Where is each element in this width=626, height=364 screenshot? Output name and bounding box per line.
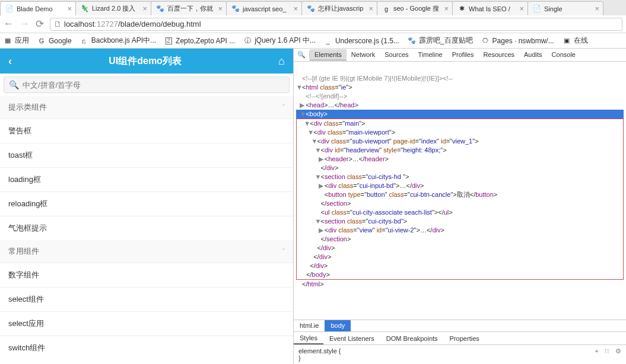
tab-label: 怎样让javascrip [318,4,366,13]
dom-node[interactable]: ▶<head>…</head> [296,101,624,110]
devtools-tab[interactable]: Timeline [414,49,447,60]
devtools-tab[interactable]: Console [547,49,580,60]
dom-node[interactable]: </div> [297,244,623,253]
list-item[interactable]: reloading框 [0,191,293,216]
tab-label: 百度一下，你就 [167,4,215,13]
close-icon[interactable]: × [444,4,449,13]
dom-node[interactable]: </body> [297,270,623,279]
close-icon[interactable]: × [293,4,298,13]
subtab[interactable]: DOM Breakpoints [380,333,444,344]
dom-node[interactable]: </html> [296,280,624,289]
devtools-tab[interactable]: Elements [310,49,347,60]
forward-button[interactable]: → [20,18,30,30]
dom-node[interactable]: </div> [297,164,623,173]
devtools-subtabs[interactable]: StylesEvent ListenersDOM BreakpointsProp… [294,331,626,344]
dom-node[interactable]: <!--[if (gte IE 9)|(gt IEMobile 7)|!(IEM… [296,74,624,83]
crumb-item[interactable]: html.ie [294,320,325,331]
devtools-tab[interactable]: Audits [519,49,547,60]
browser-tab[interactable]: 🐾怎样让javascrip× [301,1,377,15]
dom-node[interactable] [296,65,624,74]
browser-tab[interactable]: gseo - Google 搜× [377,1,453,15]
bookmark-item[interactable]: 🅉Zepto,Zepto API ... [164,37,235,45]
browser-tab[interactable]: 🦎Lizard 2.0 接入× [75,1,151,15]
devtools-tab[interactable]: Resources [478,49,519,60]
dom-node[interactable]: ▼<div class="sub-viewport" page-id="inde… [297,137,623,146]
dom-node[interactable]: <ul class="cui-city-associate seach-list… [297,208,623,217]
subtab[interactable]: Styles [294,333,323,344]
list-item[interactable]: 气泡框提示 [0,216,293,240]
crumb-item[interactable]: body [325,320,351,331]
dom-tree[interactable]: <!--[if (gte IE 9)|(gt IEMobile 7)|!(IEM… [294,62,626,320]
tab-label: Single [544,5,592,12]
list-item[interactable]: switch组件 [0,336,293,360]
app-back-icon[interactable]: ‹ [8,55,12,68]
search-icon: 🔍 [9,80,19,90]
close-icon[interactable]: × [142,4,147,13]
search-field[interactable] [23,81,284,90]
close-icon[interactable]: × [218,4,223,13]
dom-node[interactable]: ▼<section class="cui-citys-bd"> [297,217,623,226]
dom-node[interactable]: ▼<section class="cui-citys-hd "> [297,173,623,181]
browser-tab[interactable]: 🐾百度一下，你就× [151,1,227,15]
back-button[interactable]: ← [4,18,14,30]
bookmark-item[interactable]: ⓙjQuery 1.6 API 中... [243,36,316,46]
bookmark-item[interactable]: _Underscore.js (1.5... [324,37,399,45]
browser-tab[interactable]: ✱What Is SEO /× [452,1,528,15]
settings-icon[interactable]: ⚙ [615,347,621,355]
bookmark-item[interactable]: ⎌Backbone.js API中... [80,36,156,46]
browser-tab[interactable]: 📄Single× [528,1,603,15]
search-input[interactable]: 🔍 [4,76,290,93]
favicon: 📄 [5,5,14,13]
toggle-state-icon[interactable]: ⁝⁝ [605,347,609,355]
close-icon[interactable]: × [368,4,373,13]
styles-pane[interactable]: + ⁝⁝ ⚙ element.style { } [294,344,626,364]
new-style-icon[interactable]: + [595,347,599,355]
reload-button[interactable]: ⟳ [36,18,44,30]
bookmark-item[interactable]: ▣在线 [563,36,588,46]
list-item[interactable]: select组件 [0,287,293,311]
inspect-icon[interactable]: 🔍 [294,51,310,59]
browser-tab[interactable]: 📄Blade Demo× [0,1,76,15]
dom-node[interactable]: ▼<div id="headerview" style="height: 48p… [297,146,623,155]
devtools-tab[interactable]: Profiles [447,49,479,60]
bookmark-item[interactable]: ⎔Pages · nswbmw/... [481,37,554,45]
dom-node[interactable]: ▼<div class="main-viewport"> [297,128,623,137]
list-item[interactable]: toast框 [0,143,293,167]
bookmark-item[interactable]: 🐾霹雳吧_百度贴吧 [408,36,473,46]
dom-node[interactable]: </section> [297,235,623,244]
favicon: 📄 [533,5,541,13]
dom-node[interactable]: </section> [297,199,623,208]
dom-node[interactable]: ▼<html class="ie"> [296,83,624,92]
bookmark-item[interactable]: ▦应用 [4,36,29,46]
close-icon[interactable]: × [595,4,599,13]
dom-node[interactable]: <button type="button" class="cui-btn-can… [297,190,623,199]
subtab[interactable]: Event Listeners [323,333,380,344]
devtools-tab[interactable]: Network [347,49,380,60]
close-icon[interactable]: × [519,4,524,13]
dom-node[interactable]: ▶<div class="cui-input-bd">…</div> [297,181,623,190]
favicon: 🦎 [81,5,89,13]
url-field[interactable]: 🗋 localhost:12727/blade/demo/debug.html [50,18,622,31]
bookmark-icon: G [37,37,46,45]
close-icon[interactable]: × [67,4,72,13]
subtab[interactable]: Properties [444,333,485,344]
dom-node[interactable]: ▼<body> [296,110,624,119]
group-header-common[interactable]: 常用组件 ˇ [0,240,293,263]
list-item[interactable]: select应用 [0,311,293,336]
breadcrumb[interactable]: html.iebody [294,320,626,331]
dom-node[interactable]: ▶<div class="view" id="ui-view-2">…</div… [297,226,623,235]
dom-node[interactable]: </div> [297,253,623,261]
home-icon[interactable]: ⌂ [278,55,285,68]
bookmark-icon: ⎌ [80,37,88,45]
dom-node[interactable]: ▶<header>…</header> [297,155,623,164]
dom-node[interactable]: <!--<![endif]--> [296,92,624,101]
list-item[interactable]: 警告框 [0,119,293,143]
devtools-tab[interactable]: Sources [380,49,413,60]
dom-node[interactable]: </div> [297,261,623,270]
browser-tab[interactable]: 🐾javascript seo_× [226,1,302,15]
bookmark-item[interactable]: GGoogle [37,37,72,45]
group-header-tips[interactable]: 提示类组件 ˇ [0,96,293,119]
list-item[interactable]: loading框 [0,167,293,191]
list-item[interactable]: 数字组件 [0,263,293,287]
dom-node[interactable]: ▼<div class="main"> [297,119,623,128]
